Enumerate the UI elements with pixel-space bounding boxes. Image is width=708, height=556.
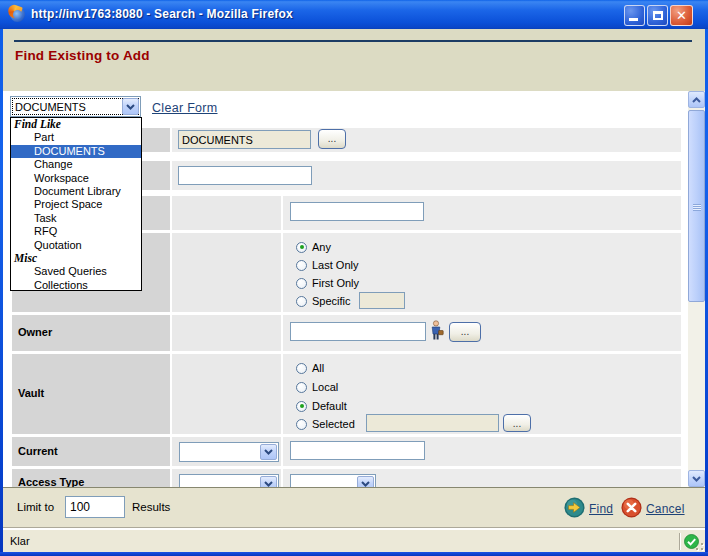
menu-item-quotation[interactable]: Quotation [11,239,141,252]
revision-specific-field[interactable] [359,292,405,309]
form-row-access-type: Access Type [12,469,681,487]
vault-selected-field[interactable] [366,414,499,432]
scrollbar-grip-icon [693,204,701,211]
access-type-select-1[interactable] [179,474,279,487]
owner-spacer-cell [172,315,281,351]
status-text: Klar [10,535,30,547]
close-button[interactable]: ✕ [670,5,693,26]
revision-field[interactable] [290,202,424,221]
radio-revision-specific[interactable] [296,296,307,307]
cancel-icon[interactable] [621,497,642,518]
radio-vault-all-label: All [312,362,324,374]
menu-item-documents[interactable]: DOCUMENTS [11,145,141,158]
vault-label: Vault [18,387,44,399]
menu-item-workspace[interactable]: Workspace [11,172,141,185]
type-browse-button[interactable]: ... [318,129,346,149]
results-label: Results [132,501,170,513]
radio-revision-first-only-label: First Only [312,277,359,289]
clear-form-link[interactable]: Clear Form [152,101,218,115]
find-button[interactable]: Find [589,502,613,516]
menu-item-collections[interactable]: Collections [11,279,141,291]
menu-item-part[interactable]: Part [11,131,141,144]
find-icon[interactable] [564,497,585,518]
vertical-scrollbar[interactable] [688,91,705,487]
current-field[interactable] [290,441,425,460]
radio-revision-any-label: Any [312,241,331,253]
maximize-icon [653,11,663,20]
radio-vault-local[interactable] [296,382,307,393]
titlebar: http://inv1763:8080 - Search - Mozilla F… [0,0,708,29]
type-field[interactable] [178,130,311,149]
name-field[interactable] [178,166,312,185]
radio-vault-selected-label: Selected [312,418,355,430]
radio-vault-default[interactable] [296,401,307,412]
radio-revision-specific-label: Specific [312,295,351,307]
status-separator [679,533,681,550]
close-icon: ✕ [676,9,687,22]
scroll-down-button[interactable] [688,470,705,487]
resize-grip[interactable] [691,538,704,551]
owner-label: Owner [18,326,52,338]
radio-vault-all[interactable] [296,363,307,374]
form-row-owner: Owner ... [12,315,681,351]
menu-item-project-space[interactable]: Project Space [11,198,141,211]
window-bottom-border [0,552,708,556]
access-type-select-2[interactable] [290,474,376,487]
menu-group-find-like: Find Like [11,118,141,131]
chevron-down-icon[interactable] [260,476,277,487]
radio-revision-any[interactable] [296,242,307,253]
revision-spacer-cell [172,196,281,230]
chevron-down-icon[interactable] [357,476,374,487]
page-header: Find Existing to Add [3,29,705,91]
vault-browse-button[interactable]: ... [503,414,531,432]
chevron-down-icon[interactable] [260,444,277,460]
page-content: Find Existing to Add DOCUMENTS Clear For… [3,29,705,529]
radio-vault-local-label: Local [312,381,338,393]
cancel-button[interactable]: Cancel [646,502,685,516]
owner-browse-button[interactable]: ... [449,322,481,342]
form-row-current: Current [12,437,681,466]
person-icon[interactable] [430,320,444,341]
menu-item-rfq[interactable]: RFQ [11,225,141,238]
menu-item-change[interactable]: Change [11,158,141,171]
window-title: http://inv1763:8080 - Search - Mozilla F… [31,7,293,21]
browser-window: http://inv1763:8080 - Search - Mozilla F… [0,0,708,556]
radio-revision-last-only[interactable] [296,260,307,271]
limit-input[interactable] [65,496,125,518]
firefox-icon [9,6,26,23]
minimize-button[interactable] [624,5,645,26]
owner-field[interactable] [290,322,426,341]
maximize-button[interactable] [647,5,668,26]
radio-revision-last-only-label: Last Only [312,259,358,271]
header-rule [14,40,692,42]
status-bar: Klar [3,529,705,552]
radio-revision-first-only[interactable] [296,278,307,289]
page-heading: Find Existing to Add [15,48,150,63]
scroll-up-button[interactable] [688,91,705,108]
radio-vault-selected[interactable] [296,419,307,430]
current-select[interactable] [179,442,279,462]
search-type-value: DOCUMENTS [15,101,86,113]
search-type-menu: Find Like Part DOCUMENTS Change Workspac… [10,117,142,291]
scrollbar-thumb[interactable] [688,110,705,302]
menu-group-misc: Misc [11,252,141,265]
action-bar: Limit to Results Find C [3,487,705,528]
minimize-icon [629,18,638,21]
limit-to-label: Limit to [17,501,54,513]
menu-item-document-library[interactable]: Document Library [11,185,141,198]
vault-spacer-cell [172,354,281,434]
search-type-select[interactable]: DOCUMENTS [10,96,141,117]
menu-item-task[interactable]: Task [11,212,141,225]
menu-item-saved-queries[interactable]: Saved Queries [11,265,141,278]
radio-vault-default-label: Default [312,400,347,412]
chevron-down-icon[interactable] [122,98,139,115]
revision-options-spacer-cell [172,233,281,312]
access-type-label: Access Type [18,476,84,487]
form-row-vault: Vault All Local Default Selected ... [12,354,681,434]
current-label: Current [18,445,58,457]
